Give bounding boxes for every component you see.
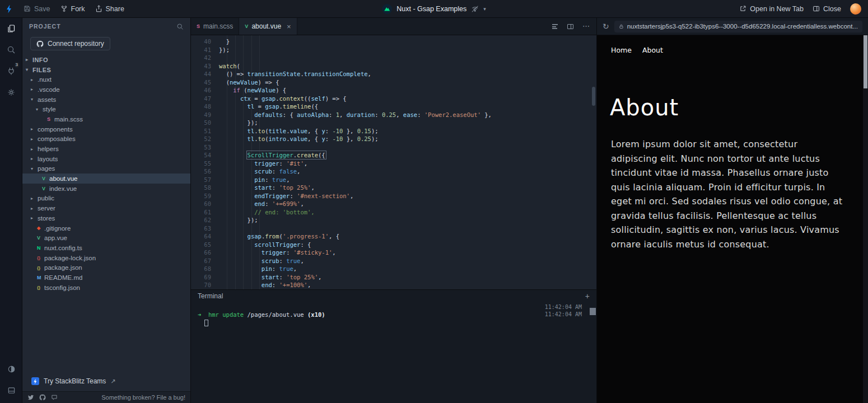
tree-item-composables[interactable]: ▸composables bbox=[22, 134, 190, 144]
code-line[interactable]: tl.to(intro.value, { y: -10 }, 0.25); bbox=[219, 135, 590, 144]
tree-item-server[interactable]: ▸server bbox=[22, 203, 190, 213]
tree-item-stores[interactable]: ▸stores bbox=[22, 213, 190, 223]
code-line[interactable]: start: 'top 25%', bbox=[219, 184, 590, 193]
tree-item-files[interactable]: ▾FILES bbox=[22, 65, 190, 75]
code-line[interactable]: trigger: '#sticky-1', bbox=[219, 249, 590, 257]
line-number: 43 bbox=[191, 63, 211, 71]
connect-repository-button[interactable]: Connect repository bbox=[30, 37, 110, 50]
tree-item-pages[interactable]: ▾pages bbox=[22, 164, 190, 174]
open-in-new-tab-button[interactable]: Open in New Tab bbox=[739, 5, 804, 13]
editor-scrollbar-thumb[interactable] bbox=[592, 87, 595, 106]
tree-item-layouts[interactable]: ▸layouts bbox=[22, 154, 190, 164]
twitter-icon[interactable] bbox=[27, 394, 34, 401]
tree-item-main-scss[interactable]: Smain.scss bbox=[22, 114, 190, 124]
code-line[interactable] bbox=[219, 54, 590, 63]
toggle-panel-icon[interactable] bbox=[0, 379, 22, 401]
terminal-scrollbar-thumb[interactable] bbox=[590, 308, 596, 315]
tree-item-package-json[interactable]: {}package.json bbox=[22, 263, 190, 273]
code-line[interactable]: scrollTrigger: { bbox=[219, 241, 590, 250]
code-line[interactable]: }); bbox=[219, 217, 590, 225]
tree-item--gitignore[interactable]: ◆.gitignore bbox=[22, 223, 190, 233]
more-actions-icon[interactable]: ⋯ bbox=[582, 24, 590, 29]
tree-item--nuxt[interactable]: ▸.nuxt bbox=[22, 74, 190, 85]
tree-item-package-lock-json[interactable]: {}package-lock.json bbox=[22, 253, 190, 263]
code-line[interactable]: tl.to(title.value, { y: -10 }, 0.15); bbox=[219, 128, 590, 136]
tree-item-info[interactable]: ▸INFO bbox=[22, 55, 190, 65]
preview-scrollbar-thumb[interactable] bbox=[864, 35, 867, 88]
code-line[interactable]: } bbox=[219, 38, 590, 46]
code-line[interactable] bbox=[219, 144, 590, 152]
code-line[interactable] bbox=[219, 225, 590, 233]
line-number: 40 bbox=[191, 38, 211, 46]
ports-panel-icon[interactable]: 3 bbox=[0, 60, 22, 82]
terminal-output[interactable]: 11:42:04 AM➜ hmr update /pages/about.vue… bbox=[191, 302, 596, 326]
code-line[interactable]: ctx = gsap.context((self) => { bbox=[219, 95, 590, 104]
user-avatar[interactable] bbox=[850, 3, 861, 15]
tree-item-components[interactable]: ▸components bbox=[22, 124, 190, 134]
code-line[interactable]: trigger: '#it', bbox=[219, 160, 590, 168]
try-teams-link[interactable]: Try StackBlitz Teams ↗ bbox=[22, 374, 190, 388]
file-a-bug-link[interactable]: Something broken? File a bug! bbox=[101, 394, 185, 401]
code-line[interactable]: if (newValue) { bbox=[219, 87, 590, 95]
tree-item-style[interactable]: ▾style bbox=[22, 104, 190, 114]
tab-about.vue[interactable]: Vabout.vue× bbox=[239, 18, 297, 35]
tree-item-tsconfig-json[interactable]: {}tsconfig.json bbox=[22, 283, 190, 293]
code-line[interactable]: pin: true, bbox=[219, 265, 590, 274]
search-panel-icon[interactable] bbox=[0, 39, 22, 60]
code-line[interactable]: (newValue) => { bbox=[219, 79, 590, 87]
tree-item-readme-md[interactable]: MREADME.md bbox=[22, 273, 190, 283]
new-terminal-icon[interactable]: + bbox=[585, 292, 590, 301]
code-line[interactable]: defaults: { autoAlpha: 1, duration: 0.25… bbox=[219, 111, 590, 120]
fork-button[interactable]: Fork bbox=[60, 5, 85, 13]
format-prettier-icon[interactable] bbox=[552, 24, 558, 29]
tree-item--vscode[interactable]: ▸.vscode bbox=[22, 85, 190, 95]
refresh-icon[interactable]: ↻ bbox=[603, 22, 609, 31]
fork-icon bbox=[60, 5, 68, 12]
save-button[interactable]: Save bbox=[24, 5, 50, 13]
url-bar[interactable]: nuxtstartersjp5s3-q522-ib3typs6--3000--d… bbox=[614, 21, 862, 32]
share-button[interactable]: Share bbox=[95, 5, 124, 13]
search-files-icon[interactable] bbox=[176, 23, 184, 30]
code-line[interactable]: endTrigger: '#next-section', bbox=[219, 193, 590, 201]
chat-icon[interactable] bbox=[51, 394, 58, 401]
vue-file-icon: V bbox=[245, 24, 248, 29]
line-number: 55 bbox=[191, 160, 211, 168]
code-line[interactable]: start: 'top 25%', bbox=[219, 274, 590, 282]
code-line[interactable]: tl = gsap.timeline({ bbox=[219, 103, 590, 111]
tab-main.scss[interactable]: Smain.scss bbox=[191, 18, 239, 35]
code-line[interactable]: scrub: true, bbox=[219, 257, 590, 266]
files-panel-icon[interactable] bbox=[0, 18, 22, 39]
code-line[interactable]: }); bbox=[219, 119, 590, 128]
connection-offline-icon[interactable] bbox=[471, 5, 479, 13]
preview-nav-home[interactable]: Home bbox=[611, 46, 632, 54]
preview-scrollbar[interactable] bbox=[863, 35, 868, 403]
tree-item-index-vue[interactable]: Vindex.vue bbox=[22, 184, 190, 194]
tree-item-nuxt-config-ts[interactable]: Nnuxt.config.ts bbox=[22, 243, 190, 253]
tree-item-assets[interactable]: ▾assets bbox=[22, 95, 190, 105]
chevron-down-icon[interactable]: ▾ bbox=[483, 6, 486, 12]
tree-item-app-vue[interactable]: Vapp.vue bbox=[22, 233, 190, 243]
split-editor-icon[interactable] bbox=[567, 24, 573, 29]
code-line[interactable]: end: '+=699%', bbox=[219, 200, 590, 209]
theme-contrast-icon[interactable] bbox=[0, 358, 22, 379]
code-line[interactable]: () => transitionState.transitionComplete… bbox=[219, 71, 590, 79]
code-line[interactable]: // end: 'bottom', bbox=[219, 209, 590, 217]
code-line[interactable]: ScrollTrigger.create({ bbox=[219, 152, 590, 160]
tree-item-helpers[interactable]: ▸helpers bbox=[22, 144, 190, 154]
code-editor[interactable]: 4041424344454647484950515253545556575859… bbox=[191, 35, 596, 289]
preview-nav-about[interactable]: About bbox=[642, 46, 663, 54]
tree-item-about-vue[interactable]: Vabout.vue bbox=[22, 174, 190, 184]
stackblitz-logo-icon[interactable] bbox=[6, 4, 13, 13]
tree-item-label: .gitignore bbox=[44, 225, 71, 232]
code-line[interactable]: scrub: false, bbox=[219, 168, 590, 176]
close-tab-icon[interactable]: × bbox=[287, 22, 291, 31]
settings-gear-icon[interactable] bbox=[0, 82, 22, 103]
github-footer-icon[interactable] bbox=[39, 394, 46, 401]
code-line[interactable]: pin: true, bbox=[219, 176, 590, 185]
code-line[interactable]: watch( bbox=[219, 63, 590, 71]
code-line[interactable]: }); bbox=[219, 46, 590, 55]
code-line[interactable]: end: '+=100%', bbox=[219, 282, 590, 289]
code-line[interactable]: gsap.from('.progress-1', { bbox=[219, 233, 590, 241]
close-preview-button[interactable]: Close bbox=[813, 5, 841, 13]
tree-item-public[interactable]: ▸public bbox=[22, 194, 190, 204]
